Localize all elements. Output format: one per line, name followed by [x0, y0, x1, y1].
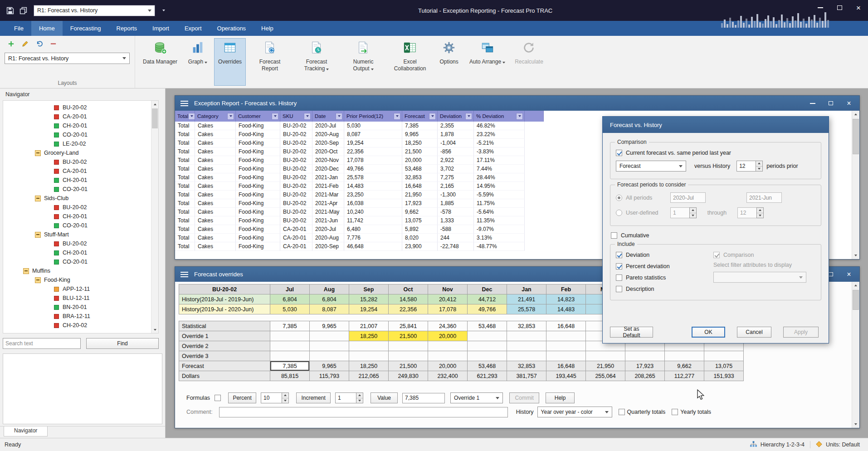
tree-node-food-king[interactable]: Food-King: [3, 275, 158, 284]
table-row[interactable]: TotalCakesFood-KingBU-20-022021-May10,24…: [175, 208, 525, 216]
tree-leaf-app-12-11[interactable]: APP-12-11: [3, 284, 158, 294]
formulas-checkbox[interactable]: [215, 395, 221, 401]
grid-cell[interactable]: [586, 351, 625, 361]
grid-cell[interactable]: [665, 351, 704, 361]
vertical-scrollbar[interactable]: [852, 111, 859, 259]
grid-cell[interactable]: 21,500: [389, 361, 428, 371]
filter-dropdown-icon[interactable]: [336, 113, 342, 120]
pareto-statistics-checkbox[interactable]: [616, 275, 622, 281]
grid-cell[interactable]: [270, 341, 310, 351]
grid-cell[interactable]: 15,282: [349, 294, 389, 304]
grid-cell[interactable]: 621,293: [468, 371, 507, 381]
grid-cell[interactable]: 14,580: [389, 294, 428, 304]
grid-cell[interactable]: 115,793: [310, 371, 349, 381]
cancel-button[interactable]: Cancel: [737, 327, 771, 338]
tree-leaf-ch-20-01[interactable]: CH-20-01: [3, 121, 158, 130]
scrollbar-thumb[interactable]: [853, 119, 859, 154]
collapse-icon[interactable]: [35, 150, 41, 156]
menu-tab-home[interactable]: Home: [31, 21, 63, 36]
grid-cell[interactable]: 21,491: [507, 294, 546, 304]
table-row[interactable]: TotalCakesFood-KingCA-20-012020-Sep46,64…: [175, 242, 525, 251]
vertical-scrollbar[interactable]: [852, 282, 859, 428]
grid-cell[interactable]: 20,412: [428, 294, 468, 304]
grid-cell[interactable]: [428, 351, 468, 361]
tree-leaf-ch-20-01[interactable]: CH-20-01: [3, 248, 158, 257]
grid-cell[interactable]: [507, 341, 546, 351]
grid-cell[interactable]: [507, 351, 546, 361]
spin-up-icon[interactable]: [756, 161, 762, 167]
grid-cell[interactable]: 19,254: [349, 304, 389, 314]
close-button[interactable]: ×: [844, 270, 854, 279]
toolbar-customize-icon[interactable]: [159, 6, 168, 15]
spin-up-icon[interactable]: [356, 393, 363, 398]
grid-cell[interactable]: 25,578: [507, 304, 546, 314]
grid-cell[interactable]: 193,445: [546, 371, 586, 381]
grid-cell[interactable]: 22,356: [389, 304, 428, 314]
tree-leaf-bu-20-02[interactable]: BU-20-02: [3, 239, 158, 248]
cumulative-checkbox[interactable]: [611, 232, 617, 239]
grid-cell[interactable]: 7,385: [270, 321, 310, 331]
grid-cell[interactable]: 249,830: [389, 371, 428, 381]
table-row[interactable]: TotalCakesFood-KingBU-20-022020-Sep19,25…: [175, 139, 525, 147]
grid-cell[interactable]: [270, 331, 310, 341]
table-row[interactable]: TotalCakesFood-KingBU-20-022020-Nov17,07…: [175, 156, 525, 165]
grid-cell[interactable]: [310, 341, 349, 351]
grid-cell[interactable]: 85,815: [270, 371, 310, 381]
grid-cell[interactable]: 49,766: [468, 304, 507, 314]
filter-dropdown-icon[interactable]: [394, 113, 400, 120]
grid-cell[interactable]: 17,078: [428, 304, 468, 314]
grid-cell[interactable]: 20,000: [428, 361, 468, 371]
layout-select[interactable]: R1: Forecast vs. History: [5, 53, 130, 64]
menu-tab-file[interactable]: File: [6, 21, 31, 36]
save-icon[interactable]: [5, 6, 15, 15]
grid-cell[interactable]: [310, 331, 349, 341]
grid-cell[interactable]: [270, 351, 310, 361]
grid-cell[interactable]: 32,853: [507, 361, 546, 371]
percent-input[interactable]: [261, 392, 282, 403]
grid-cell[interactable]: 232,400: [428, 371, 468, 381]
menu-tab-import[interactable]: Import: [145, 21, 177, 36]
add-button[interactable]: [5, 39, 16, 49]
menu-tab-help[interactable]: Help: [254, 21, 281, 36]
grid-cell[interactable]: 53,468: [468, 321, 507, 331]
grid-cell[interactable]: [310, 351, 349, 361]
ribbon-button-auto-arrange[interactable]: Auto Arrange: [465, 38, 509, 86]
ribbon-button-overrides[interactable]: Overrides: [214, 38, 246, 86]
grid-cell[interactable]: 14,483: [546, 304, 586, 314]
filter-dropdown-icon[interactable]: [465, 113, 472, 120]
grid-cell[interactable]: [349, 351, 389, 361]
grid-cell[interactable]: 8,087: [310, 304, 349, 314]
filter-dropdown-icon[interactable]: [516, 113, 523, 120]
table-row[interactable]: TotalCakesFood-KingBU-20-022021-Jan25,57…: [175, 173, 525, 182]
minimize-button[interactable]: [808, 98, 818, 108]
scrollbar-thumb[interactable]: [853, 290, 859, 310]
grid-cell[interactable]: [349, 341, 389, 351]
set-as-default-button[interactable]: Set as Default: [610, 327, 653, 338]
ok-button[interactable]: OK: [692, 327, 725, 338]
scroll-up-icon[interactable]: [852, 282, 859, 289]
collapse-icon[interactable]: [35, 196, 41, 201]
grid-cell[interactable]: 44,712: [468, 294, 507, 304]
override-select[interactable]: Override 1: [450, 392, 503, 403]
spin-down-icon[interactable]: [282, 398, 288, 403]
grid-cell[interactable]: 7,385: [270, 361, 310, 371]
spin-down-icon[interactable]: [356, 398, 363, 403]
quarterly-totals-checkbox[interactable]: [619, 409, 625, 415]
ribbon-button-forecast-report[interactable]: Forecast Report: [247, 38, 293, 86]
scroll-down-icon[interactable]: [852, 252, 859, 259]
history-display-select[interactable]: Year over year - color: [537, 407, 612, 417]
table-row[interactable]: TotalCakesFood-KingCA-20-012020-Jul6,480…: [175, 225, 525, 234]
grid-cell[interactable]: [468, 331, 507, 341]
tree-node-sids-club[interactable]: Sids-Club: [3, 194, 158, 203]
grid-cell[interactable]: 381,757: [507, 371, 546, 381]
collapse-icon[interactable]: [35, 277, 41, 283]
table-row[interactable]: TotalCakesFood-KingBU-20-022021-Mar23,25…: [175, 191, 525, 199]
grid-cell[interactable]: 16,648: [546, 361, 586, 371]
tree-leaf-ca-20-01[interactable]: CA-20-01: [3, 112, 158, 121]
grid-cell[interactable]: [389, 351, 428, 361]
tree-leaf-bu-20-02[interactable]: BU-20-02: [3, 157, 158, 167]
grid-cell[interactable]: 9,662: [665, 361, 704, 371]
window-menu-icon[interactable]: [180, 101, 188, 106]
window-menu-icon[interactable]: [180, 272, 188, 277]
grid-cell[interactable]: 112,277: [665, 371, 704, 381]
